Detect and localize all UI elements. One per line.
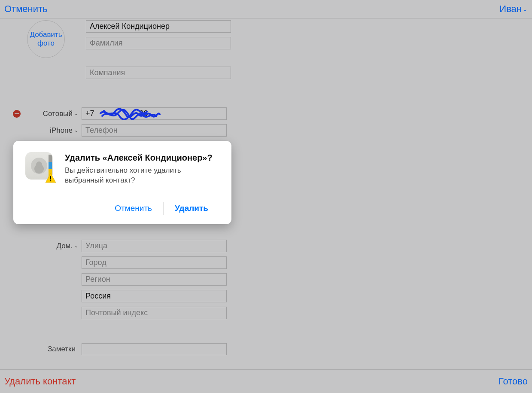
dialog-title: Удалить «Алексей Кондиционер»? <box>65 152 219 163</box>
user-menu[interactable]: Иван ⌄ <box>499 3 528 15</box>
zip-input[interactable] <box>82 307 227 319</box>
add-photo-line1: Добавить <box>30 30 62 39</box>
country-input[interactable] <box>82 290 227 302</box>
dialog-confirm-button[interactable]: Удалить <box>164 200 219 216</box>
address-type-home-label: Дом. <box>56 242 73 250</box>
region-input[interactable] <box>82 273 227 286</box>
street-input[interactable] <box>82 240 227 252</box>
phone-type-iphone-label: iPhone <box>50 126 73 135</box>
chevron-down-icon: ⌄ <box>74 128 78 133</box>
add-photo-button[interactable]: Добавить фото <box>27 20 65 58</box>
notes-row: Заметки <box>0 343 532 355</box>
name-block <box>86 20 532 83</box>
confirm-delete-dialog: Удалить «Алексей Кондиционер»? Вы действ… <box>13 141 231 224</box>
svg-point-1 <box>50 180 52 182</box>
remove-phone-button[interactable] <box>13 110 21 118</box>
notes-label: Заметки <box>48 345 76 353</box>
chevron-down-icon: ⌄ <box>74 111 78 116</box>
chevron-down-icon: ⌄ <box>523 6 528 12</box>
last-name-input[interactable] <box>86 37 231 49</box>
footer-bar: Удалить контакт Готово <box>0 369 532 393</box>
add-photo-line2: фото <box>37 39 55 48</box>
phone-type-iphone[interactable]: iPhone ⌄ <box>0 126 82 135</box>
user-label: Иван <box>499 3 522 15</box>
address-row-zip <box>0 307 532 319</box>
svg-rect-0 <box>50 176 51 180</box>
top-bar: Отменить Иван ⌄ <box>0 0 532 18</box>
done-button[interactable]: Готово <box>499 376 528 387</box>
address-row-region <box>0 273 532 286</box>
address-row-street: Дом. ⌄ <box>0 240 532 252</box>
warning-icon <box>45 173 56 183</box>
phone-type-mobile-label: Сотовый <box>43 110 73 118</box>
delete-contact-button[interactable]: Удалить контакт <box>4 376 76 387</box>
phone-type-mobile[interactable]: Сотовый ⌄ <box>0 110 82 118</box>
phone-row-mobile: Сотовый ⌄ <box>0 107 532 120</box>
contacts-app-icon <box>25 152 55 181</box>
dialog-message: Вы действительно хотите удалить выбранны… <box>65 166 219 186</box>
address-row-city <box>0 256 532 269</box>
chevron-down-icon: ⌄ <box>74 243 78 249</box>
address-type-home[interactable]: Дом. ⌄ <box>0 242 82 250</box>
iphone-phone-input[interactable] <box>82 124 227 137</box>
phone-row-iphone: iPhone ⌄ <box>0 124 532 137</box>
dialog-cancel-button[interactable]: Отменить <box>103 200 163 216</box>
company-input[interactable] <box>86 67 231 79</box>
city-input[interactable] <box>82 256 227 269</box>
notes-input[interactable] <box>82 343 227 355</box>
cancel-button[interactable]: Отменить <box>4 3 48 15</box>
address-row-country <box>0 290 532 302</box>
mobile-phone-input[interactable] <box>82 107 227 120</box>
first-name-input[interactable] <box>86 20 231 33</box>
